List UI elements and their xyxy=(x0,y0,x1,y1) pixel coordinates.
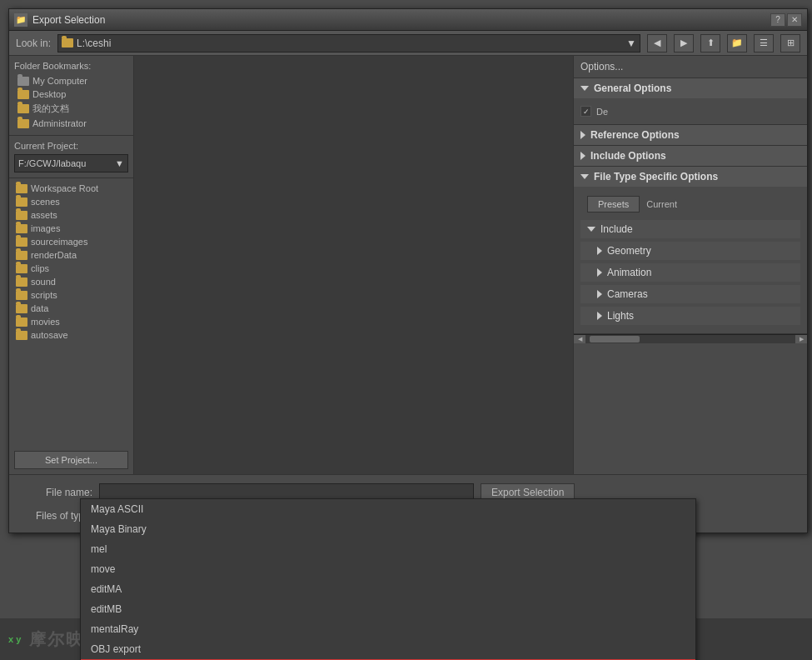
chevron-right-icon-cameras xyxy=(597,290,602,298)
geometry-sub-section: Geometry xyxy=(580,242,800,260)
folder-icon-scenes xyxy=(16,198,27,207)
cameras-sub-section: Cameras xyxy=(580,285,800,303)
back-button[interactable]: ◀ xyxy=(647,34,667,52)
include-options-section: Include Options xyxy=(574,146,807,167)
list-item[interactable]: movies xyxy=(14,315,128,328)
chevron-down-icon-filetype xyxy=(580,174,589,179)
options-header: Options... xyxy=(574,56,807,78)
include-sub-title: Include xyxy=(600,223,633,235)
bookmark-my-computer-label: My Computer xyxy=(32,76,87,86)
general-options-header[interactable]: General Options xyxy=(574,78,807,98)
scroll-track-horizontal xyxy=(585,335,795,343)
set-project-button[interactable]: Set Project... xyxy=(14,451,128,469)
dialog-icon: 📁 xyxy=(14,13,27,27)
main-content: Folder Bookmarks: My Computer Desktop 我的… xyxy=(9,56,807,474)
look-in-label: Look in: xyxy=(16,38,51,49)
list-item[interactable]: Workspace Root xyxy=(14,182,128,195)
computer-icon xyxy=(17,77,29,86)
chevron-right-icon-lights xyxy=(597,312,602,320)
lights-header[interactable]: Lights xyxy=(580,307,800,325)
file-name-label: File name: xyxy=(17,487,92,498)
new-folder-button[interactable]: 📁 xyxy=(727,34,747,52)
scroll-right-button[interactable]: ▶ xyxy=(795,335,807,343)
file-type-options-title: File Type Specific Options xyxy=(594,171,718,182)
chevron-down-icon-project: ▼ xyxy=(115,158,124,168)
dropdown-item-editma[interactable]: editMA xyxy=(81,579,695,599)
axis-x-label: x xyxy=(8,634,13,644)
horizontal-scrollbar[interactable]: ◀ ▶ xyxy=(574,334,807,342)
scroll-left-button[interactable]: ◀ xyxy=(574,335,585,343)
chevron-right-icon-animation xyxy=(597,268,602,277)
dropdown-item-mentalray[interactable]: mentalRay xyxy=(81,619,695,639)
file-type-dropdown-overlay: Maya ASCII Maya Binary mel move editMA e… xyxy=(80,498,696,660)
scroll-thumb-horizontal[interactable] xyxy=(590,336,640,342)
chevron-down-icon: ▼ xyxy=(626,38,636,49)
presets-row: Presets Current xyxy=(580,192,800,217)
file-type-options-section: File Type Specific Options Presets Curre… xyxy=(574,167,807,334)
dropdown-item-obj-export[interactable]: OBJ export xyxy=(81,639,695,659)
dropdown-item-editmb[interactable]: editMB xyxy=(81,599,695,619)
bookmarks-label: Folder Bookmarks: xyxy=(14,61,128,71)
up-button[interactable]: ⬆ xyxy=(700,34,720,52)
close-button[interactable]: ✕ xyxy=(787,13,802,27)
general-options-title: General Options xyxy=(594,82,671,94)
options-panel: Options... General Options ✓ De xyxy=(574,56,807,474)
list-item[interactable]: assets xyxy=(14,208,128,222)
list-item[interactable]: sourceimages xyxy=(14,235,128,248)
presets-current-label: Current xyxy=(646,199,677,209)
geometry-header[interactable]: Geometry xyxy=(580,242,800,260)
list-item[interactable]: scenes xyxy=(14,195,128,208)
include-sub-section-header[interactable]: Include xyxy=(580,220,800,238)
cameras-header[interactable]: Cameras xyxy=(580,285,800,303)
list-item[interactable]: sound xyxy=(14,275,128,288)
toolbar: Look in: L:\ceshi ▼ ◀ ▶ ⬆ 📁 ☰ ⊞ xyxy=(9,31,807,56)
look-in-dropdown[interactable]: L:\ceshi ▼ xyxy=(57,34,640,52)
current-project-label: Current Project: xyxy=(14,141,128,151)
chevron-down-icon-include-sub xyxy=(587,227,595,232)
current-project-section: Current Project: F:/GCWJ/labaqu ▼ xyxy=(9,136,133,178)
folder-icon-renderdata xyxy=(16,251,27,260)
list-item[interactable]: scripts xyxy=(14,288,128,302)
forward-button[interactable]: ▶ xyxy=(674,34,694,52)
animation-header[interactable]: Animation xyxy=(580,263,800,282)
list-item[interactable]: renderData xyxy=(14,248,128,262)
folder-icon-movies xyxy=(16,318,27,327)
chevron-right-icon-include xyxy=(580,152,585,160)
dropdown-item-maya-ascii[interactable]: Maya ASCII xyxy=(81,499,695,519)
bookmark-my-computer[interactable]: My Computer xyxy=(14,74,128,88)
bookmark-desktop[interactable]: Desktop xyxy=(14,88,128,101)
bookmark-administrator[interactable]: Administrator xyxy=(14,117,128,130)
folder-icon-sourceimages xyxy=(16,238,27,247)
folder-icon-images xyxy=(16,224,27,233)
dropdown-item-mel[interactable]: mel xyxy=(81,539,695,559)
look-in-value: L:\ceshi xyxy=(77,38,111,49)
general-checkbox[interactable]: ✓ xyxy=(580,106,591,117)
folder-icon-clips xyxy=(16,264,27,273)
project-dropdown[interactable]: F:/GCWJ/labaqu ▼ xyxy=(14,154,128,172)
file-type-options-content: Presets Current Include xyxy=(574,187,807,333)
reference-options-title: Reference Options xyxy=(590,129,680,141)
presets-button[interactable]: Presets xyxy=(587,196,640,212)
list-view-button[interactable]: ☰ xyxy=(754,34,774,52)
title-bar: 📁 Export Selection ? ✕ xyxy=(9,9,807,31)
folder-icon-desktop xyxy=(17,90,29,99)
export-selection-dialog: 📁 Export Selection ? ✕ Look in: L:\ceshi… xyxy=(8,8,808,533)
list-item[interactable]: autosave xyxy=(14,328,128,342)
details-view-button[interactable]: ⊞ xyxy=(780,34,800,52)
folder-icon-administrator xyxy=(17,119,29,128)
list-item[interactable]: clips xyxy=(14,262,128,275)
reference-options-header[interactable]: Reference Options xyxy=(574,125,807,145)
list-item[interactable]: images xyxy=(14,222,128,235)
lights-sub-section: Lights xyxy=(580,307,800,325)
folder-icon-my-documents xyxy=(17,104,29,113)
dropdown-item-maya-binary[interactable]: Maya Binary xyxy=(81,519,695,539)
axis-indicator: x y xyxy=(8,634,21,644)
list-item[interactable]: data xyxy=(14,302,128,315)
bookmark-my-documents-label: 我的文档 xyxy=(32,102,69,115)
file-type-options-header[interactable]: File Type Specific Options xyxy=(574,167,807,187)
include-sub-section: Include Geometry xyxy=(580,220,800,325)
dropdown-item-move[interactable]: move xyxy=(81,559,695,579)
include-options-header[interactable]: Include Options xyxy=(574,146,807,166)
help-button[interactable]: ? xyxy=(770,13,785,27)
bookmark-my-documents[interactable]: 我的文档 xyxy=(14,101,128,117)
